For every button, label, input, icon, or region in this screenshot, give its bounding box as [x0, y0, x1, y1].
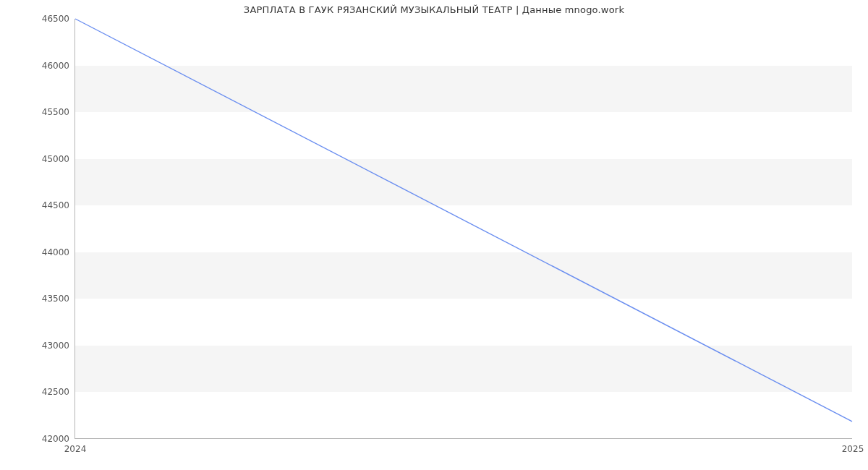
y-tick-label: 45500	[42, 107, 75, 117]
y-tick-label: 46000	[42, 61, 75, 71]
line-chart: ЗАРПЛАТА В ГАУК РЯЗАНСКИЙ МУЗЫКАЛЬНЫЙ ТЕ…	[0, 0, 868, 470]
y-tick-label: 43500	[42, 294, 75, 304]
chart-title: ЗАРПЛАТА В ГАУК РЯЗАНСКИЙ МУЗЫКАЛЬНЫЙ ТЕ…	[0, 4, 868, 15]
x-tick-label: 2025	[842, 438, 864, 454]
line-layer	[75, 19, 852, 438]
x-tick-label: 2024	[64, 438, 87, 454]
y-tick-label: 42500	[42, 387, 75, 397]
plot-area: 4200042500430004350044000445004500045500…	[75, 19, 852, 439]
y-tick-label: 45000	[42, 154, 75, 164]
y-tick-label: 44500	[42, 200, 75, 210]
y-tick-label: 43000	[42, 341, 75, 351]
y-tick-label: 44000	[42, 247, 75, 257]
y-tick-label: 46500	[42, 14, 75, 24]
series-line	[75, 19, 852, 422]
